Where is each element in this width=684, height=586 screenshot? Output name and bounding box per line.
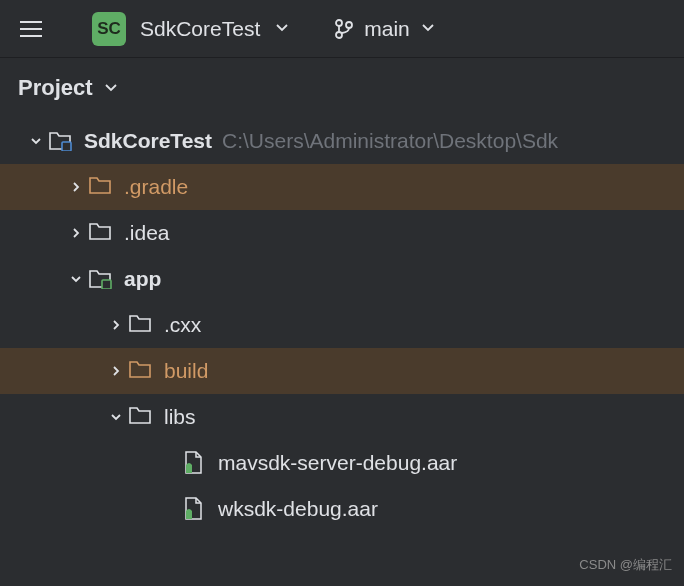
- chevron-down-icon: [420, 19, 436, 39]
- project-panel-header[interactable]: Project: [0, 58, 684, 118]
- svg-point-2: [346, 22, 352, 28]
- project-path: C:\Users\Administrator\Desktop\Sdk: [222, 129, 558, 153]
- tree-label: mavsdk-server-debug.aar: [218, 451, 457, 475]
- project-selector-label[interactable]: SdkCoreTest: [140, 17, 260, 41]
- aar-file-icon: [182, 451, 206, 475]
- chevron-right-icon[interactable]: [64, 180, 88, 194]
- tree-label: SdkCoreTest: [84, 129, 212, 153]
- svg-point-0: [336, 20, 342, 26]
- git-branch-icon: [334, 18, 354, 40]
- project-badge[interactable]: SC: [92, 12, 126, 46]
- tree-label: app: [124, 267, 161, 291]
- chevron-right-icon[interactable]: [64, 226, 88, 240]
- folder-icon: [128, 405, 152, 429]
- tree-row-libs[interactable]: libs: [0, 394, 684, 440]
- tree-row-app[interactable]: app: [0, 256, 684, 302]
- module-folder-icon: [48, 129, 72, 153]
- chevron-down-icon[interactable]: [24, 134, 48, 148]
- folder-icon: [88, 221, 112, 245]
- main-toolbar: SC SdkCoreTest main: [0, 0, 684, 58]
- hamburger-menu-icon[interactable]: [14, 15, 48, 43]
- tree-label: libs: [164, 405, 196, 429]
- module-folder-icon: [88, 267, 112, 291]
- folder-icon: [128, 359, 152, 383]
- svg-rect-3: [62, 142, 71, 151]
- branch-name-label: main: [364, 17, 410, 41]
- branch-selector[interactable]: main: [334, 17, 436, 41]
- tree-row-cxx[interactable]: .cxx: [0, 302, 684, 348]
- chevron-down-icon[interactable]: [104, 410, 128, 424]
- tree-label: build: [164, 359, 208, 383]
- tree-row-idea[interactable]: .idea: [0, 210, 684, 256]
- tree-row-file[interactable]: mavsdk-server-debug.aar: [0, 440, 684, 486]
- chevron-down-icon[interactable]: [64, 272, 88, 286]
- folder-icon: [128, 313, 152, 337]
- chevron-down-icon[interactable]: [274, 19, 290, 39]
- panel-title: Project: [18, 75, 93, 101]
- chevron-down-icon: [103, 75, 119, 101]
- tree-row-file[interactable]: wksdk-debug.aar: [0, 486, 684, 532]
- tree-row-build[interactable]: build: [0, 348, 684, 394]
- aar-file-icon: [182, 497, 206, 521]
- chevron-right-icon[interactable]: [104, 364, 128, 378]
- svg-point-1: [336, 32, 342, 38]
- chevron-right-icon[interactable]: [104, 318, 128, 332]
- tree-label: wksdk-debug.aar: [218, 497, 378, 521]
- tree-row-root[interactable]: SdkCoreTest C:\Users\Administrator\Deskt…: [0, 118, 684, 164]
- project-tree: SdkCoreTest C:\Users\Administrator\Deskt…: [0, 118, 684, 532]
- tree-label: .cxx: [164, 313, 201, 337]
- tree-label: .idea: [124, 221, 170, 245]
- watermark-text: CSDN @编程汇: [579, 556, 672, 574]
- tree-row-gradle[interactable]: .gradle: [0, 164, 684, 210]
- svg-rect-4: [102, 280, 111, 289]
- folder-icon: [88, 175, 112, 199]
- tree-label: .gradle: [124, 175, 188, 199]
